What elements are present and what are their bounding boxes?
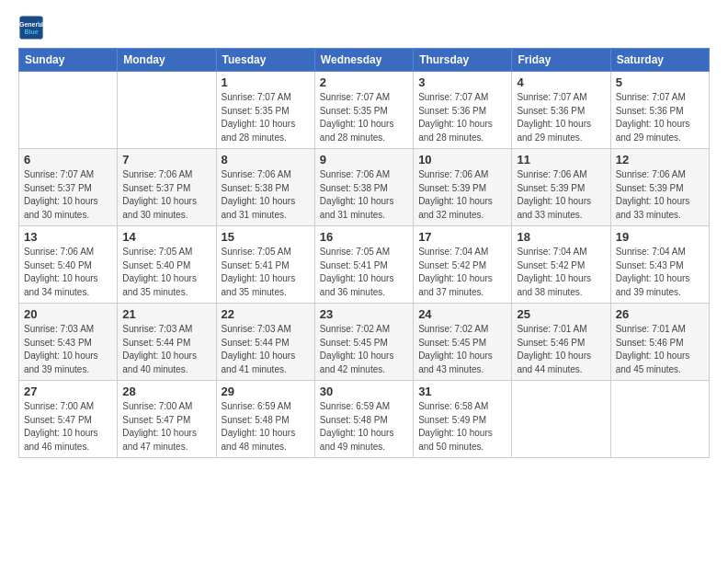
- day-number: 3: [418, 75, 506, 89]
- calendar-cell: 10Sunrise: 7:06 AM Sunset: 5:39 PM Dayli…: [414, 149, 512, 226]
- page: General Blue SundayMondayTuesdayWednesda…: [0, 0, 728, 563]
- calendar-cell: 11Sunrise: 7:06 AM Sunset: 5:39 PM Dayli…: [512, 149, 610, 226]
- day-info: Sunrise: 6:58 AM Sunset: 5:49 PM Dayligh…: [418, 400, 506, 454]
- calendar-header-row: SundayMondayTuesdayWednesdayThursdayFrid…: [19, 49, 710, 72]
- calendar-weekday-friday: Friday: [512, 49, 610, 72]
- calendar-cell: 27Sunrise: 7:00 AM Sunset: 5:47 PM Dayli…: [19, 381, 118, 458]
- day-info: Sunrise: 7:00 AM Sunset: 5:47 PM Dayligh…: [24, 400, 112, 454]
- day-info: Sunrise: 7:06 AM Sunset: 5:38 PM Dayligh…: [222, 168, 310, 222]
- day-info: Sunrise: 7:05 AM Sunset: 5:41 PM Dayligh…: [222, 246, 310, 299]
- calendar-cell: 24Sunrise: 7:02 AM Sunset: 5:45 PM Dayli…: [414, 304, 512, 381]
- day-info: Sunrise: 7:07 AM Sunset: 5:36 PM Dayligh…: [616, 91, 704, 144]
- calendar-cell: 2Sunrise: 7:07 AM Sunset: 5:35 PM Daylig…: [314, 72, 413, 149]
- day-info: Sunrise: 7:02 AM Sunset: 5:45 PM Dayligh…: [320, 323, 408, 376]
- calendar-weekday-monday: Monday: [118, 49, 216, 72]
- day-info: Sunrise: 7:03 AM Sunset: 5:43 PM Dayligh…: [24, 323, 112, 376]
- day-info: Sunrise: 7:03 AM Sunset: 5:44 PM Dayligh…: [122, 323, 210, 376]
- day-info: Sunrise: 7:07 AM Sunset: 5:37 PM Dayligh…: [24, 168, 112, 222]
- day-info: Sunrise: 7:02 AM Sunset: 5:45 PM Dayligh…: [418, 323, 506, 376]
- calendar-cell: 15Sunrise: 7:05 AM Sunset: 5:41 PM Dayli…: [216, 226, 314, 304]
- day-info: Sunrise: 7:06 AM Sunset: 5:39 PM Dayligh…: [616, 168, 704, 222]
- day-info: Sunrise: 7:06 AM Sunset: 5:37 PM Dayligh…: [122, 168, 210, 222]
- day-number: 16: [320, 230, 408, 244]
- day-number: 9: [320, 153, 408, 167]
- day-info: Sunrise: 7:01 AM Sunset: 5:46 PM Dayligh…: [616, 323, 704, 376]
- logo: General Blue: [18, 15, 48, 40]
- calendar-cell: 13Sunrise: 7:06 AM Sunset: 5:40 PM Dayli…: [19, 226, 118, 304]
- calendar-cell: 30Sunrise: 6:59 AM Sunset: 5:48 PM Dayli…: [314, 381, 413, 458]
- calendar-cell: 29Sunrise: 6:59 AM Sunset: 5:48 PM Dayli…: [216, 381, 314, 458]
- day-number: 26: [616, 307, 704, 321]
- calendar-cell: 14Sunrise: 7:05 AM Sunset: 5:40 PM Dayli…: [118, 226, 216, 304]
- day-info: Sunrise: 7:04 AM Sunset: 5:42 PM Dayligh…: [418, 246, 506, 299]
- day-number: 21: [122, 307, 210, 321]
- day-number: 13: [24, 230, 112, 244]
- day-number: 4: [517, 75, 605, 89]
- day-number: 8: [222, 153, 310, 167]
- svg-text:Blue: Blue: [24, 29, 38, 35]
- day-info: Sunrise: 7:07 AM Sunset: 5:36 PM Dayligh…: [418, 91, 506, 144]
- calendar-cell: 8Sunrise: 7:06 AM Sunset: 5:38 PM Daylig…: [216, 149, 314, 226]
- day-number: 20: [24, 307, 112, 321]
- calendar-cell: 6Sunrise: 7:07 AM Sunset: 5:37 PM Daylig…: [19, 149, 118, 226]
- day-info: Sunrise: 7:07 AM Sunset: 5:35 PM Dayligh…: [320, 91, 408, 144]
- day-info: Sunrise: 7:06 AM Sunset: 5:40 PM Dayligh…: [24, 246, 112, 299]
- calendar-cell: 17Sunrise: 7:04 AM Sunset: 5:42 PM Dayli…: [414, 226, 512, 304]
- calendar-week-5: 27Sunrise: 7:00 AM Sunset: 5:47 PM Dayli…: [19, 381, 710, 458]
- day-number: 25: [517, 307, 605, 321]
- calendar-cell: 4Sunrise: 7:07 AM Sunset: 5:36 PM Daylig…: [512, 72, 610, 149]
- day-number: 28: [122, 385, 210, 398]
- day-number: 7: [122, 153, 210, 167]
- day-number: 27: [24, 385, 112, 398]
- svg-rect-0: [19, 16, 42, 39]
- calendar-cell: 3Sunrise: 7:07 AM Sunset: 5:36 PM Daylig…: [414, 72, 512, 149]
- day-info: Sunrise: 6:59 AM Sunset: 5:48 PM Dayligh…: [320, 400, 408, 454]
- header-top: General Blue: [18, 15, 710, 40]
- day-info: Sunrise: 7:05 AM Sunset: 5:40 PM Dayligh…: [122, 246, 210, 299]
- day-number: 19: [616, 230, 704, 244]
- day-number: 17: [418, 230, 506, 244]
- calendar-weekday-sunday: Sunday: [19, 49, 118, 72]
- day-info: Sunrise: 7:05 AM Sunset: 5:41 PM Dayligh…: [320, 246, 408, 299]
- calendar-cell: [512, 381, 610, 458]
- calendar-cell: 28Sunrise: 7:00 AM Sunset: 5:47 PM Dayli…: [118, 381, 216, 458]
- day-number: 22: [222, 307, 310, 321]
- calendar-week-2: 6Sunrise: 7:07 AM Sunset: 5:37 PM Daylig…: [19, 149, 710, 226]
- calendar-weekday-tuesday: Tuesday: [216, 49, 314, 72]
- calendar-cell: 22Sunrise: 7:03 AM Sunset: 5:44 PM Dayli…: [216, 304, 314, 381]
- calendar-weekday-thursday: Thursday: [414, 49, 512, 72]
- day-info: Sunrise: 7:03 AM Sunset: 5:44 PM Dayligh…: [222, 323, 310, 376]
- calendar-cell: 25Sunrise: 7:01 AM Sunset: 5:46 PM Dayli…: [512, 304, 610, 381]
- day-number: 12: [616, 153, 704, 167]
- day-number: 1: [222, 75, 310, 89]
- day-info: Sunrise: 7:07 AM Sunset: 5:35 PM Dayligh…: [222, 91, 310, 144]
- day-info: Sunrise: 6:59 AM Sunset: 5:48 PM Dayligh…: [222, 400, 310, 454]
- day-number: 31: [418, 385, 506, 398]
- calendar-cell: 19Sunrise: 7:04 AM Sunset: 5:43 PM Dayli…: [610, 226, 709, 304]
- day-number: 14: [122, 230, 210, 244]
- day-info: Sunrise: 7:01 AM Sunset: 5:46 PM Dayligh…: [517, 323, 605, 376]
- day-info: Sunrise: 7:06 AM Sunset: 5:39 PM Dayligh…: [418, 168, 506, 222]
- calendar-cell: 5Sunrise: 7:07 AM Sunset: 5:36 PM Daylig…: [610, 72, 709, 149]
- calendar-cell: [118, 72, 216, 149]
- day-number: 18: [517, 230, 605, 244]
- calendar-cell: [19, 72, 118, 149]
- calendar-cell: 23Sunrise: 7:02 AM Sunset: 5:45 PM Dayli…: [314, 304, 413, 381]
- logo-icon: General Blue: [18, 15, 44, 40]
- calendar-weekday-wednesday: Wednesday: [314, 49, 413, 72]
- calendar-week-4: 20Sunrise: 7:03 AM Sunset: 5:43 PM Dayli…: [19, 304, 710, 381]
- day-number: 23: [320, 307, 408, 321]
- calendar-cell: 7Sunrise: 7:06 AM Sunset: 5:37 PM Daylig…: [118, 149, 216, 226]
- day-info: Sunrise: 7:04 AM Sunset: 5:43 PM Dayligh…: [616, 246, 704, 299]
- day-number: 6: [24, 153, 112, 167]
- calendar-cell: 12Sunrise: 7:06 AM Sunset: 5:39 PM Dayli…: [610, 149, 709, 226]
- day-number: 5: [616, 75, 704, 89]
- day-info: Sunrise: 7:06 AM Sunset: 5:38 PM Dayligh…: [320, 168, 408, 222]
- calendar-cell: 20Sunrise: 7:03 AM Sunset: 5:43 PM Dayli…: [19, 304, 118, 381]
- day-info: Sunrise: 7:04 AM Sunset: 5:42 PM Dayligh…: [517, 246, 605, 299]
- day-number: 29: [222, 385, 310, 398]
- calendar-cell: 9Sunrise: 7:06 AM Sunset: 5:38 PM Daylig…: [314, 149, 413, 226]
- calendar-weekday-saturday: Saturday: [610, 49, 709, 72]
- day-number: 11: [517, 153, 605, 167]
- calendar-week-3: 13Sunrise: 7:06 AM Sunset: 5:40 PM Dayli…: [19, 226, 710, 304]
